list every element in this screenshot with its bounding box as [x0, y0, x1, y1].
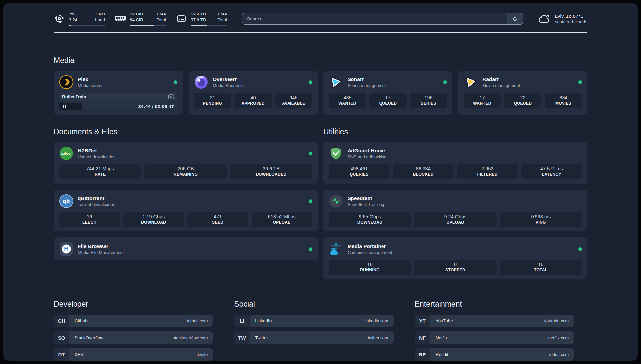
- section-title-entertainment: Entertainment: [415, 300, 574, 309]
- storage-free-value: 52.4 TB: [191, 11, 206, 17]
- app-card-overseerr[interactable]: Overseerr Media Requests 21 PENDING 40 A…: [189, 71, 318, 115]
- screen-cast-icon[interactable]: [168, 94, 174, 100]
- stat-label: QUEUED: [371, 101, 405, 106]
- stat-value: 39.6 TB: [231, 166, 311, 171]
- plex-icon: [59, 75, 74, 89]
- pause-icon[interactable]: [62, 105, 66, 108]
- cpu-load-value: 3.24: [69, 17, 77, 23]
- stat-tile: 22 QUEUED: [504, 93, 541, 108]
- stat-label: UPLOAD: [253, 220, 311, 225]
- svg-text:nzbget: nzbget: [61, 152, 72, 155]
- header-divider: [54, 32, 587, 33]
- status-dot: [578, 247, 582, 251]
- search-bar[interactable]: G: [242, 13, 523, 25]
- app-card-speedtest[interactable]: Speedtest Speedtest Tracking 9.65 Gbps D…: [323, 190, 587, 231]
- stat-label: REMAINING: [146, 172, 225, 177]
- cpu-usage-value: 7%: [69, 11, 77, 17]
- cpu-load-label: Load: [95, 17, 105, 23]
- link-row-reddit[interactable]: RE Reddit reddit.com: [415, 348, 574, 361]
- stat-value: 9.24 Gbps: [415, 214, 495, 219]
- section-title-media: Media: [54, 56, 587, 65]
- cpu-chip-icon: [54, 14, 65, 24]
- app-card-adguard[interactable]: AdGuard Home DNS and adblocking 498,461 …: [323, 142, 587, 184]
- stat-label: APPROVED: [236, 101, 270, 106]
- stat-value: 40: [236, 95, 270, 100]
- app-name: qBittorrent: [78, 195, 114, 201]
- playback-progress-bar: 24:44 / 02:06:47: [59, 103, 177, 110]
- link-row-stackoverflow[interactable]: SO StackOverflow stackoverflow.com: [54, 331, 213, 344]
- stat-tile: 196 SERIES: [410, 93, 447, 108]
- section-title-documents: Documents & Files: [54, 127, 318, 136]
- memory-stat: 22 GiB 64 GiB Free Total: [115, 11, 166, 26]
- app-card-nzbget[interactable]: nzbget NZBGet Usenet downloader 744.21 M…: [54, 142, 318, 184]
- storage-total-label: Total: [217, 17, 227, 23]
- link-row-youtube[interactable]: YT YouTube youtube.com: [415, 315, 574, 327]
- search-engine-button[interactable]: G: [507, 13, 523, 24]
- stat-label: WANTED: [330, 101, 365, 106]
- app-name: File Browser: [78, 243, 124, 249]
- app-card-qbittorrent[interactable]: qb qBittorrent Torrent downloader 16 LEE…: [54, 190, 318, 231]
- stat-label: PENDING: [195, 101, 230, 106]
- app-name: Media Portainer: [348, 243, 392, 249]
- stat-tile: 9.65 Gbps DOWNLOAD: [329, 212, 411, 227]
- now-playing-title: Bullet Train: [62, 94, 86, 99]
- link-name: Twitter: [255, 335, 268, 340]
- app-card-plex[interactable]: Plex Media server Bullet Train: [54, 71, 183, 115]
- link-row-netflix[interactable]: NF Netflix netflix.com: [415, 331, 574, 344]
- app-card-sonarr[interactable]: Sonarr Series management 485 WANTED 17 Q…: [323, 71, 452, 115]
- playback-time: 24:44 / 02:06:47: [138, 104, 174, 109]
- stat-label: AVAILABLE: [276, 101, 311, 106]
- link-row-linkedin[interactable]: LI LinkedIn linkedin.com: [234, 315, 393, 327]
- cloud-icon: [537, 13, 551, 24]
- link-url: reddit.com: [549, 352, 569, 357]
- link-name: DEV: [75, 352, 84, 357]
- stat-label: FILTERED: [458, 172, 517, 177]
- stat-tile: 16 RUNNING: [329, 260, 411, 275]
- search-input[interactable]: [242, 13, 507, 24]
- app-desc: Media server: [78, 83, 103, 88]
- overseerr-icon: [194, 75, 208, 89]
- app-card-filebrowser[interactable]: File Browser Media File Management: [54, 237, 318, 260]
- stat-tile: 1.19 Gbps DOWNLOAD: [123, 212, 184, 227]
- stat-value: 0.993 ms: [501, 214, 581, 219]
- stat-value: 16: [501, 262, 581, 267]
- link-url: stackoverflow.com: [173, 335, 208, 340]
- stat-value: 16: [60, 214, 119, 219]
- stat-label: STOPPED: [415, 268, 495, 272]
- link-row-dev[interactable]: DT DEV dev.to: [54, 348, 213, 361]
- stat-value: 9.65 Gbps: [330, 214, 410, 219]
- app-card-portainer[interactable]: Media Portainer Container management 16 …: [323, 237, 587, 279]
- memory-progress-bar: [130, 25, 166, 26]
- app-card-radarr[interactable]: Radarr Movie management 17 WANTED 22 QUE…: [458, 71, 587, 115]
- stat-label: QUERIES: [330, 172, 388, 177]
- app-desc: DNS and adblocking: [348, 154, 387, 159]
- stat-value: 945: [276, 95, 311, 100]
- app-desc: Movie management: [482, 83, 520, 88]
- stat-tile: 16 LEECH: [59, 212, 120, 227]
- stat-label: DOWNLOAD: [330, 220, 410, 225]
- section-entertainment: Entertainment YT YouTube youtube.com NF …: [415, 300, 574, 361]
- memory-total-label: Total: [156, 17, 166, 23]
- link-abbr: RE: [415, 348, 430, 361]
- stat-tile: 744.21 Mbps RATE: [59, 164, 141, 179]
- stat-tile: 834 MOVIES: [545, 93, 582, 108]
- stat-value: 196: [411, 95, 446, 100]
- status-dot: [578, 80, 582, 84]
- stat-label: DOWNLOADED: [231, 172, 311, 177]
- app-name: AdGuard Home: [348, 147, 387, 154]
- section-developer: Developer GH Github github.com SO StackO…: [54, 300, 213, 361]
- section-media: Media Plex Media server: [54, 56, 587, 115]
- svg-text:qb: qb: [63, 198, 70, 204]
- stat-value: 834: [546, 95, 581, 100]
- sonarr-icon: [329, 75, 343, 89]
- stat-tile: 40 APPROVED: [234, 93, 272, 108]
- link-abbr: GH: [54, 315, 69, 327]
- link-row-twitter[interactable]: TW Twitter twitter.com: [234, 331, 393, 344]
- memory-total-value: 64 GiB: [130, 17, 143, 23]
- stat-label: MOVIES: [546, 101, 581, 106]
- link-row-github[interactable]: GH Github github.com: [54, 315, 213, 327]
- dashboard-page: 7% 3.24 CPU Load: [3, 3, 638, 361]
- filebrowser-icon: [59, 242, 74, 256]
- cpu-progress-bar: [69, 25, 105, 26]
- stat-tile: 21 PENDING: [194, 93, 231, 108]
